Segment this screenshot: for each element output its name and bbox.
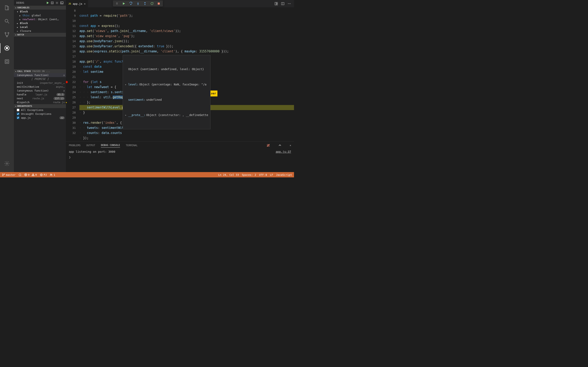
step-out-button[interactable] (143, 2, 147, 5)
console-input[interactable]: ❯ (66, 155, 294, 160)
chevron-down-icon: ▾ (15, 70, 17, 73)
debug-config-dropdown-icon[interactable] (51, 1, 54, 4)
debug-console-icon[interactable] (60, 1, 63, 4)
debug-toolbar[interactable] (113, 0, 163, 7)
callstack-frame[interactable]: (anonymous function) a (14, 73, 66, 77)
svg-point-11 (57, 2, 57, 3)
svg-point-9 (6, 163, 8, 164)
split-editor-icon[interactable] (281, 2, 285, 6)
settings-gear-icon[interactable] (2, 159, 12, 168)
errors-warnings-status[interactable]: 0 0 (24, 173, 37, 176)
panel-tab-problems[interactable]: PROBLEMS (69, 143, 81, 148)
activity-bar (0, 0, 14, 172)
svg-point-25 (117, 4, 118, 4)
breakpoint-item[interactable]: All Exceptions (14, 108, 66, 112)
language-mode-status[interactable]: JavaScript (276, 173, 292, 176)
breakpoints-section-header[interactable]: ▾ BREAKPOINTS (14, 104, 66, 108)
svg-point-28 (138, 4, 138, 5)
debug-icon[interactable] (2, 43, 12, 53)
cursor-position-status[interactable]: Ln 24, Col 33 (218, 173, 239, 176)
callstack-frame[interactable]: emitInitNative async… (14, 85, 66, 89)
prompt-chevron-icon: ❯ (69, 155, 71, 159)
variables-section-header[interactable]: ▾ VARIABLES (14, 6, 66, 9)
variables-scope-block[interactable]: ▸ Block (14, 21, 66, 25)
clear-console-icon[interactable] (267, 143, 270, 147)
svg-line-1 (8, 22, 9, 24)
panel-tab-debug-console[interactable]: DEBUG CONSOLE (101, 143, 120, 148)
liveshare-status[interactable]: PJ (40, 173, 47, 176)
git-branch-status[interactable]: master (2, 173, 16, 176)
close-panel-icon[interactable]: ✕ (290, 144, 291, 147)
svg-point-2 (5, 33, 6, 33)
editor-tab[interactable]: JS app.js ✕ (66, 0, 88, 7)
gear-icon[interactable] (55, 1, 59, 4)
callstack-promise-marker: [ PROMISE ] (14, 77, 66, 81)
step-over-button[interactable] (129, 2, 133, 5)
callstack-frame[interactable]: dispatch route.js (14, 100, 66, 104)
svg-point-20 (116, 2, 117, 3)
panel-tab-terminal[interactable]: TERMINAL (126, 143, 138, 148)
svg-point-26 (131, 4, 131, 5)
chevron-right-icon: ▸ (19, 14, 22, 17)
callstack-frame[interactable]: init inspector_async_… (14, 81, 66, 85)
line-gutter[interactable]: 8910111213141516171819202122232425262728… (66, 7, 79, 142)
panel-tab-output[interactable]: OUTPUT (86, 143, 95, 148)
variable-item[interactable]: ▸ this: global (14, 13, 66, 17)
collapse-panel-icon[interactable] (278, 144, 282, 147)
panel-tabs: PROBLEMS OUTPUT DEBUG CONSOLE TERMINAL ✕ (66, 142, 294, 149)
console-source-link[interactable]: app.js:37 (276, 150, 291, 153)
chevron-right-icon: ▸ (17, 22, 20, 25)
breakpoint-checkbox[interactable] (17, 117, 19, 119)
restart-button[interactable] (150, 2, 154, 5)
debug-sidebar: DEBUG ▾ VARIABLES ▾ Block ▸ (14, 0, 66, 172)
variables-scope-block[interactable]: ▾ Block (14, 9, 66, 13)
svg-point-30 (145, 4, 145, 5)
svg-rect-12 (61, 2, 63, 4)
eol-status[interactable]: LF (270, 173, 273, 176)
variables-scope-closure[interactable]: ▸ Closure (14, 29, 66, 33)
svg-point-21 (116, 3, 117, 4)
drag-handle-icon[interactable] (116, 2, 119, 5)
close-tab-icon[interactable]: ✕ (84, 2, 86, 5)
start-debug-icon[interactable] (46, 1, 49, 4)
liveshare-icon[interactable] (2, 57, 12, 67)
sync-status[interactable] (18, 173, 21, 176)
compare-icon[interactable] (274, 2, 278, 6)
stop-button[interactable] (157, 2, 160, 5)
step-into-button[interactable] (136, 2, 140, 5)
svg-rect-10 (51, 2, 53, 4)
breakpoint-item[interactable]: Uncaught Exceptions (14, 112, 66, 116)
git-icon[interactable] (2, 30, 12, 40)
svg-point-47 (52, 174, 52, 175)
callstack-frame[interactable]: handle layer.js 95:5 (14, 92, 66, 96)
search-icon[interactable] (2, 16, 12, 26)
callstack-frame[interactable]: next route.js 137:13 (14, 96, 66, 100)
continue-button[interactable] (122, 2, 125, 5)
code-editor[interactable]: 8910111213141516171819202122232425262728… (66, 7, 294, 142)
more-actions-icon[interactable] (287, 2, 291, 6)
indentation-status[interactable]: Spaces: 2 (242, 173, 256, 176)
code-content[interactable]: const path = require('path'); const app … (79, 7, 294, 142)
chevron-right-icon[interactable]: ▸ (125, 113, 127, 118)
breakpoint-item[interactable]: app.js 22 (14, 116, 66, 120)
participants-status[interactable]: 1 (50, 173, 55, 176)
status-bar: master 0 0 PJ 1 Ln 24, Col 33 Spaces: 2 … (0, 172, 294, 177)
svg-rect-13 (275, 2, 276, 5)
variables-label: VARIABLES (17, 6, 30, 9)
breakpoint-checkbox[interactable] (17, 113, 19, 115)
variables-scope-local[interactable]: ▸ Local (14, 25, 66, 29)
encoding-status[interactable]: UTF-8 (259, 173, 267, 176)
chevron-right-icon[interactable]: ▸ (125, 82, 127, 87)
bottom-panel: PROBLEMS OUTPUT DEBUG CONSOLE TERMINAL ✕… (66, 142, 294, 172)
variable-item[interactable]: ▸ newTweet: Object {sent… (14, 17, 66, 21)
breakpoint-checkbox[interactable] (17, 109, 19, 111)
svg-point-18 (289, 3, 290, 4)
explorer-icon[interactable] (2, 3, 12, 13)
debug-hover-tooltip[interactable]: Object {sentiment: undefined, level: Obj… (123, 55, 210, 129)
svg-rect-31 (158, 2, 160, 4)
chevron-right-icon: ▸ (17, 26, 20, 29)
chevron-down-icon: ▾ (15, 34, 17, 36)
callstack-section-header[interactable]: ▾ CALL STACK PAUSED ON ... (14, 69, 66, 73)
watch-section-header[interactable]: ▾ WATCH (14, 33, 66, 37)
callstack-frame[interactable]: (anonymous function) a (14, 89, 66, 92)
